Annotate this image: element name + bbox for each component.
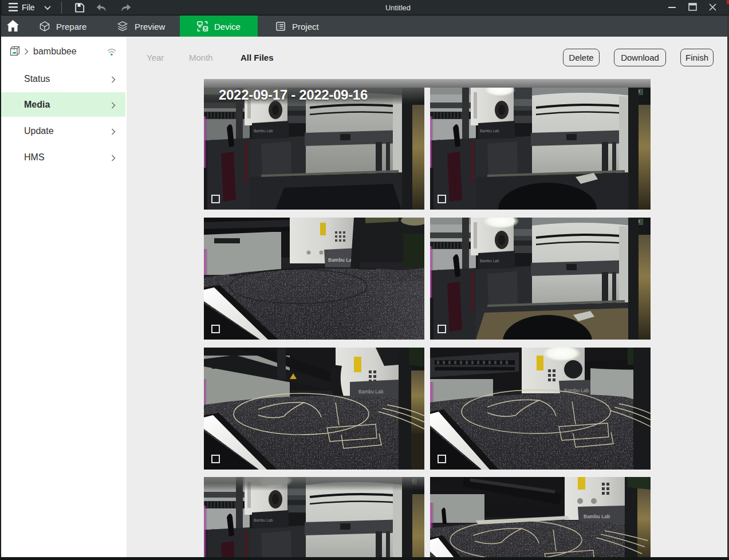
svg-text:Bambu Lab: Bambu Lab	[564, 388, 589, 393]
svg-text:Bambu Lab: Bambu Lab	[254, 518, 273, 522]
svg-text:Bambu Lab: Bambu Lab	[480, 129, 499, 133]
svg-text:Bambu Lab: Bambu Lab	[254, 129, 273, 133]
svg-text:Bambu Lab: Bambu Lab	[328, 257, 354, 263]
svg-text:Bambu Lab: Bambu Lab	[584, 514, 610, 519]
svg-text:Bambu Lab: Bambu Lab	[480, 259, 499, 263]
svg-text:Bambu Lab: Bambu Lab	[358, 389, 384, 395]
